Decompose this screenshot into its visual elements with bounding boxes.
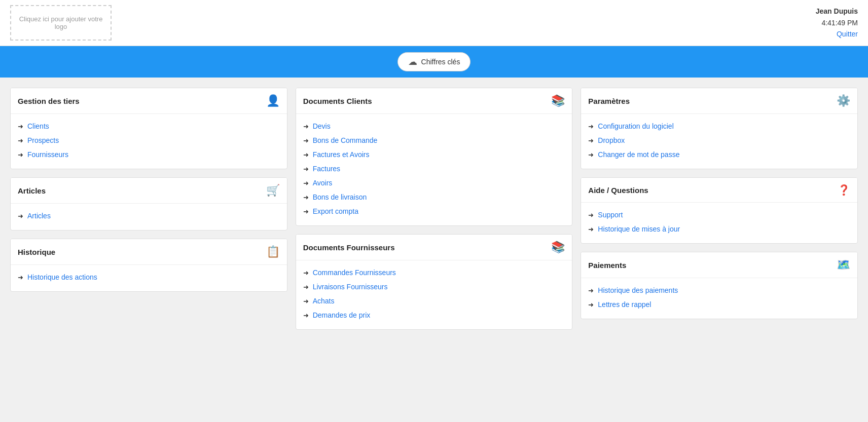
link-lettres-rappel[interactable]: ➜Lettres de rappel (588, 297, 850, 312)
card-header-aide: Aide / Questions ❓ (581, 178, 857, 203)
link-bons-commande[interactable]: ➜Bons de Commande (303, 133, 565, 147)
gestion-icon: 👤 (266, 94, 280, 107)
card-parametres: Paramètres ⚙️ ➜Configuration du logiciel… (581, 88, 858, 169)
parametres-icon: ⚙️ (837, 94, 850, 107)
arrow-icon: ➜ (303, 137, 309, 144)
arrow-icon: ➜ (588, 123, 594, 130)
arrow-icon: ➜ (588, 211, 594, 219)
link-livraisons-fournisseurs[interactable]: ➜Livraisons Fournisseurs (303, 280, 565, 294)
arrow-icon: ➜ (303, 123, 309, 130)
card-historique: Historique 📋 ➜Historique des actions (10, 239, 287, 292)
card-aide: Aide / Questions ❓ ➜Support ➜Historique … (581, 177, 858, 244)
arrow-icon: ➜ (588, 301, 594, 309)
link-prospects[interactable]: ➜Prospects (18, 133, 280, 147)
card-body-doc-clients: ➜Devis ➜Bons de Commande ➜Factures et Av… (296, 114, 572, 225)
link-articles[interactable]: ➜Articles (18, 209, 280, 223)
card-body-parametres: ➜Configuration du logiciel ➜Dropbox ➜Cha… (581, 114, 857, 169)
arrow-icon: ➜ (18, 212, 23, 220)
arrow-icon: ➜ (18, 123, 23, 130)
navbar: ☁ Chiffres clés (0, 46, 868, 78)
card-articles: Articles 🛒 ➜Articles (10, 177, 287, 231)
arrow-icon: ➜ (18, 274, 23, 281)
card-paiements: Paiements 🗺️ ➜Historique des paiements ➜… (581, 252, 858, 319)
paiements-icon: 🗺️ (837, 258, 850, 272)
arrow-icon: ➜ (18, 151, 23, 159)
card-header-gestion: Gestion des tiers 👤 (11, 88, 287, 114)
chiffres-cles-button[interactable]: ☁ Chiffres clés (397, 52, 471, 71)
card-title-historique: Historique (18, 248, 55, 256)
link-bons-livraison[interactable]: ➜Bons de livraison (303, 190, 565, 204)
link-achats[interactable]: ➜Achats (303, 294, 565, 308)
link-fournisseurs[interactable]: ➜Fournisseurs (18, 147, 280, 162)
card-title-paiements: Paiements (588, 261, 626, 270)
card-title-aide: Aide / Questions (588, 186, 648, 195)
link-factures[interactable]: ➜Factures (303, 162, 565, 176)
link-export-compta[interactable]: ➜Export compta (303, 204, 565, 218)
username: Jean Dupuis (816, 6, 858, 17)
link-demandes-prix[interactable]: ➜Demandes de prix (303, 308, 565, 322)
arrow-icon: ➜ (588, 151, 594, 159)
card-body-historique: ➜Historique des actions (11, 265, 287, 291)
cloud-icon: ☁ (408, 56, 417, 67)
main-content: Gestion des tiers 👤 ➜Clients ➜Prospects … (0, 78, 868, 340)
card-header-doc-clients: Documents Clients 📚 (296, 88, 572, 114)
arrow-icon: ➜ (303, 269, 309, 277)
link-clients[interactable]: ➜Clients (18, 119, 280, 133)
arrow-icon: ➜ (588, 137, 594, 144)
column-left: Gestion des tiers 👤 ➜Clients ➜Prospects … (10, 88, 287, 292)
card-header-doc-fournisseurs: Documents Fournisseurs 📚 (296, 235, 572, 260)
link-support[interactable]: ➜Support (588, 208, 850, 222)
card-title-doc-fournisseurs: Documents Fournisseurs (303, 243, 395, 252)
chiffres-cles-label: Chiffres clés (421, 58, 460, 66)
card-header-paiements: Paiements 🗺️ (581, 252, 857, 278)
arrow-icon: ➜ (18, 137, 23, 144)
link-historique-mises-a-jour[interactable]: ➜Historique de mises à jour (588, 222, 850, 236)
card-header-historique: Historique 📋 (11, 239, 287, 265)
link-changer-mdp[interactable]: ➜Changer de mot de passe (588, 147, 850, 162)
quit-link[interactable]: Quitter (837, 30, 858, 38)
card-body-gestion: ➜Clients ➜Prospects ➜Fournisseurs (11, 114, 287, 169)
arrow-icon: ➜ (303, 151, 309, 159)
arrow-icon: ➜ (303, 208, 309, 215)
arrow-icon: ➜ (303, 165, 309, 173)
arrow-icon: ➜ (303, 297, 309, 305)
logo-placeholder[interactable]: Cliquez ici pour ajouter votre logo (10, 5, 112, 41)
link-commandes-fournisseurs[interactable]: ➜Commandes Fournisseurs (303, 265, 565, 280)
card-header-parametres: Paramètres ⚙️ (581, 88, 857, 114)
arrow-icon: ➜ (588, 225, 594, 233)
link-avoirs[interactable]: ➜Avoirs (303, 176, 565, 190)
link-factures-avoirs[interactable]: ➜Factures et Avoirs (303, 147, 565, 162)
card-gestion-des-tiers: Gestion des tiers 👤 ➜Clients ➜Prospects … (10, 88, 287, 169)
arrow-icon: ➜ (303, 283, 309, 291)
header: Cliquez ici pour ajouter votre logo Jean… (0, 0, 868, 46)
card-body-articles: ➜Articles (11, 204, 287, 230)
arrow-icon: ➜ (303, 312, 309, 319)
arrow-icon: ➜ (303, 194, 309, 201)
clock: 4:41:49 PM (816, 17, 858, 28)
arrow-icon: ➜ (588, 287, 594, 294)
historique-icon: 📋 (266, 245, 280, 258)
column-middle: Documents Clients 📚 ➜Devis ➜Bons de Comm… (296, 88, 573, 330)
aide-icon: ❓ (838, 184, 850, 196)
arrow-icon: ➜ (303, 179, 309, 187)
link-historique-actions[interactable]: ➜Historique des actions (18, 270, 280, 284)
card-title-parametres: Paramètres (588, 97, 630, 105)
card-title-doc-clients: Documents Clients (303, 97, 372, 105)
articles-icon: 🛒 (266, 184, 280, 197)
link-dropbox[interactable]: ➜Dropbox (588, 133, 850, 147)
doc-fournisseurs-icon: 📚 (551, 241, 565, 254)
user-info: Jean Dupuis 4:41:49 PM Quitter (816, 6, 858, 40)
card-title-gestion: Gestion des tiers (18, 97, 80, 105)
column-right: Paramètres ⚙️ ➜Configuration du logiciel… (581, 88, 858, 319)
card-title-articles: Articles (18, 186, 46, 195)
doc-clients-icon: 📚 (551, 94, 565, 107)
card-header-articles: Articles 🛒 (11, 178, 287, 204)
card-body-aide: ➜Support ➜Historique de mises à jour (581, 203, 857, 243)
link-configuration[interactable]: ➜Configuration du logiciel (588, 119, 850, 133)
card-body-paiements: ➜Historique des paiements ➜Lettres de ra… (581, 278, 857, 319)
card-documents-clients: Documents Clients 📚 ➜Devis ➜Bons de Comm… (296, 88, 573, 226)
link-historique-paiements[interactable]: ➜Historique des paiements (588, 283, 850, 297)
link-devis[interactable]: ➜Devis (303, 119, 565, 133)
card-body-doc-fournisseurs: ➜Commandes Fournisseurs ➜Livraisons Four… (296, 260, 572, 329)
card-documents-fournisseurs: Documents Fournisseurs 📚 ➜Commandes Four… (296, 234, 573, 330)
